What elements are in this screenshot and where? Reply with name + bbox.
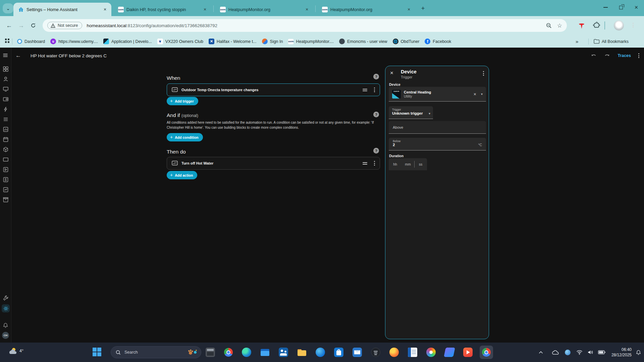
sidebar-history-icon[interactable]: [3, 126, 9, 132]
when-help-icon[interactable]: ?: [373, 74, 379, 79]
header-kebab-menu[interactable]: [638, 53, 639, 58]
window-minimize-button[interactable]: [598, 0, 613, 15]
undo-icon[interactable]: [591, 53, 597, 58]
profile-avatar[interactable]: [614, 20, 624, 31]
sidebar-energy-icon[interactable]: [3, 106, 9, 112]
red-app-icon[interactable]: [463, 348, 473, 357]
tab-search-button[interactable]: ⌄: [3, 3, 13, 13]
sidebar-calendar-icon[interactable]: [3, 136, 9, 142]
add-trigger-button[interactable]: +Add trigger: [167, 97, 198, 105]
file-explorer-icon[interactable]: [260, 348, 270, 357]
document-app-icon[interactable]: [408, 348, 417, 357]
duration-input[interactable]: hh mm ss: [389, 158, 427, 170]
bookmark-dashboard[interactable]: Dashboard: [14, 38, 48, 45]
redo-icon[interactable]: [604, 53, 610, 58]
traces-link[interactable]: Traces: [618, 53, 631, 58]
sidebar-logbook-icon[interactable]: [3, 116, 9, 122]
back-arrow-icon[interactable]: ←: [15, 52, 21, 59]
above-input[interactable]: Above: [389, 121, 486, 134]
sidebar-play-icon[interactable]: [3, 167, 9, 173]
photos-app-icon[interactable]: [426, 348, 436, 357]
trigger-row[interactable]: Outdoor Temp Onecta temperature changes: [167, 83, 380, 96]
browser-menu-kebab[interactable]: [633, 23, 634, 27]
onedrive-cloud-icon[interactable]: [552, 350, 559, 355]
drag-handle[interactable]: [363, 162, 367, 165]
forward-button[interactable]: →: [16, 20, 26, 31]
tesla-extension-icon[interactable]: [578, 22, 586, 30]
search-highlight-graphic[interactable]: [187, 348, 198, 356]
device-dropdown-caret[interactable]: ▾: [481, 92, 483, 96]
app-window-icon[interactable]: [206, 348, 215, 357]
duration-hh[interactable]: hh: [389, 162, 401, 166]
address-bar[interactable]: Not secure homeassistant.local:8123/conf…: [43, 19, 567, 32]
start-button[interactable]: [93, 348, 101, 356]
sidebar-tools-icon[interactable]: [3, 295, 9, 301]
sidebar-archive-icon[interactable]: [3, 197, 9, 203]
device-clear-icon[interactable]: ×: [474, 92, 476, 97]
volume-icon[interactable]: [588, 350, 593, 355]
extensions-puzzle-icon[interactable]: [593, 22, 600, 29]
microsoft-store-icon[interactable]: [334, 348, 343, 357]
tab-heatpumpmonitor-2[interactable]: oem HeatpumpMonitor.org ×: [317, 3, 415, 16]
below-input[interactable]: Below 2 °C: [389, 138, 486, 150]
bookmark-sign-in[interactable]: Sign In: [259, 37, 286, 46]
window-restore-button[interactable]: [613, 0, 629, 15]
sidebar-notifications-icon[interactable]: [3, 322, 8, 328]
tab-home-assistant[interactable]: Settings – Home Assistant ×: [13, 3, 111, 16]
firefox-icon[interactable]: [389, 348, 399, 357]
blue-diagonal-app-icon[interactable]: [444, 348, 455, 357]
sidebar-monitor-icon[interactable]: [3, 86, 9, 92]
tray-app-icon[interactable]: [565, 350, 571, 355]
trigger-kebab-menu[interactable]: [374, 87, 375, 92]
bookmark-emoncms[interactable]: Emoncms - user view: [336, 37, 390, 46]
sidebar-person-icon[interactable]: [3, 76, 9, 82]
duration-ss[interactable]: ss: [415, 162, 427, 166]
action-kebab-menu[interactable]: [374, 161, 375, 166]
battery-icon[interactable]: [598, 350, 605, 354]
blue-circle-app-icon[interactable]: [316, 348, 325, 357]
zoom-out-icon[interactable]: [546, 23, 552, 28]
tab-heatpumpmonitor-1[interactable]: oem HeatpumpMonitor.org ×: [215, 3, 313, 16]
taskbar-search[interactable]: Search: [111, 346, 201, 358]
window-close-button[interactable]: ×: [629, 0, 644, 15]
reload-button[interactable]: [28, 20, 38, 31]
chrome-active-app[interactable]: [480, 346, 493, 359]
wifi-icon[interactable]: [576, 350, 583, 355]
sidebar-s-app-icon[interactable]: [3, 177, 9, 183]
people-app-icon[interactable]: [279, 348, 288, 357]
new-tab-button[interactable]: +: [419, 4, 427, 13]
chrome-icon[interactable]: [224, 348, 233, 357]
sidebar-cube-icon[interactable]: [3, 146, 9, 153]
apps-grid-icon[interactable]: [5, 38, 10, 45]
tab-daikin-forum[interactable]: oem Daikin HP, frost cycling stoppin ×: [113, 3, 211, 16]
bookmark-vx220[interactable]: ▼ VX220 Owners Club: [155, 37, 206, 46]
mail-app-icon[interactable]: [353, 348, 362, 357]
bookmark-udemy[interactable]: u https://www.udemy....: [48, 37, 101, 46]
bookmark-halifax[interactable]: ✕ Halifax - Welcome t...: [206, 37, 259, 46]
drag-handle[interactable]: [363, 89, 367, 91]
tab-close-icon[interactable]: ×: [102, 6, 108, 12]
sidebar-media-icon[interactable]: [3, 96, 9, 102]
notification-bell-icon[interactable]: [636, 350, 641, 355]
bookmark-application-develo[interactable]: Application | Develo...: [101, 37, 155, 46]
sidebar-display-icon[interactable]: [3, 157, 9, 163]
panel-close-icon[interactable]: ×: [390, 70, 393, 76]
then-do-help-icon[interactable]: ?: [373, 148, 379, 154]
panel-kebab-menu[interactable]: [483, 71, 484, 76]
dark-circle-app-icon[interactable]: [371, 348, 380, 357]
back-button[interactable]: ←: [4, 20, 14, 31]
bookmark-facebook[interactable]: f Facebook: [422, 37, 454, 46]
all-bookmarks-button[interactable]: All Bookmarks: [591, 38, 631, 45]
sidebar-chart-icon[interactable]: [3, 187, 9, 193]
and-if-help-icon[interactable]: ?: [373, 112, 379, 117]
bookmarks-overflow-chevron[interactable]: »: [576, 39, 578, 44]
add-condition-button[interactable]: +Add condition: [167, 133, 203, 141]
tab-close-icon[interactable]: ×: [304, 6, 310, 12]
bookmark-star-icon[interactable]: ☆: [557, 22, 562, 29]
edge-icon[interactable]: [242, 348, 251, 357]
tab-close-icon[interactable]: ×: [202, 6, 208, 12]
folder-icon[interactable]: [297, 348, 307, 357]
taskbar-weather-widget[interactable]: 4°: [8, 347, 23, 355]
sidebar-menu-icon[interactable]: [2, 52, 8, 58]
sidebar-user-avatar[interactable]: CH: [2, 332, 9, 339]
